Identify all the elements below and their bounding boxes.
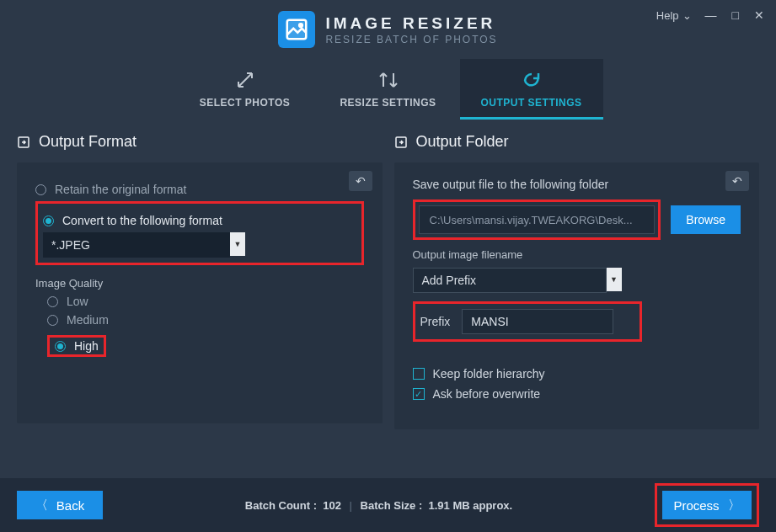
checkbox-ask-overwrite[interactable]: Ask before overwrite (413, 387, 741, 401)
chevron-down-icon: ▼ (230, 232, 245, 256)
panel-title-row: Output Format (17, 133, 383, 151)
tab-label: RESIZE SETTINGS (340, 97, 436, 109)
help-menu[interactable]: Help ⌄ (656, 9, 692, 22)
path-value: C:\Users\mansi.vijay.TWEAKORG\Desk... (430, 214, 633, 226)
back-label: Back (56, 498, 84, 513)
minimize-button[interactable]: — (704, 8, 719, 22)
radio-label: High (74, 339, 99, 353)
reset-folder-button[interactable]: ↶ (725, 171, 749, 191)
count-label: Batch Count : (245, 499, 317, 512)
highlight-prefix: Prefix (413, 301, 642, 342)
filename-label: Output image filename (413, 248, 741, 261)
radio-quality-high[interactable]: High (55, 339, 99, 353)
export-icon (17, 136, 30, 149)
quality-label: Image Quality (35, 277, 364, 290)
output-path-field[interactable]: C:\Users\mansi.vijay.TWEAKORG\Desk... (419, 205, 656, 234)
panel-body: ↶ Save output file to the following fold… (394, 162, 760, 429)
svg-point-2 (300, 24, 303, 27)
save-location-label: Save output file to the following folder (413, 178, 741, 191)
expand-icon (235, 70, 255, 90)
filename-mode-select[interactable]: Add Prefix ▼ (413, 268, 622, 293)
batch-status: Batch Count : 102 | Batch Size : 1.91 MB… (103, 499, 655, 512)
save-icon (394, 136, 408, 149)
browse-button[interactable]: Browse (671, 205, 741, 234)
panel-title: Output Folder (416, 133, 509, 151)
panel-body: ↶ Retain the original format Convert to … (17, 162, 383, 423)
count-value: 102 (323, 499, 341, 512)
size-value: 1.91 MB approx. (429, 499, 513, 512)
radio-label: Retain the original format (55, 183, 186, 196)
undo-icon: ↶ (732, 174, 742, 188)
chevron-down-icon: ▼ (607, 268, 622, 291)
help-label: Help (656, 9, 679, 22)
divider: | (350, 499, 352, 512)
radio-retain-format[interactable]: Retain the original format (35, 183, 364, 196)
app-subtitle: RESIZE BATCH OF PHOTOS (325, 34, 497, 45)
output-folder-panel: Output Folder ↶ Save output file to the … (394, 133, 760, 429)
tab-select-photos[interactable]: SELECT PHOTOS (174, 59, 317, 120)
highlight-process: Process 〉 (655, 483, 759, 527)
quality-group: Low Medium High (35, 295, 364, 360)
select-value: *.JPEG (51, 238, 90, 252)
format-select[interactable]: *.JPEG ▼ (43, 232, 245, 258)
panel-title-row: Output Folder (394, 133, 760, 151)
highlight-convert-block: Convert to the following format *.JPEG ▼ (35, 201, 364, 265)
main-tabs: SELECT PHOTOS RESIZE SETTINGS OUTPUT SET… (0, 59, 776, 120)
window-controls: Help ⌄ — □ ✕ (656, 8, 766, 22)
checkbox-label: Keep folder hierarchy (433, 367, 545, 380)
format-select-value: *.JPEG (43, 232, 230, 258)
back-button[interactable]: 〈 Back (17, 491, 103, 519)
resize-icon (378, 70, 399, 90)
size-label: Batch Size : (361, 499, 423, 512)
radio-icon (47, 315, 58, 326)
process-label: Process (673, 498, 719, 513)
checkbox-icon (413, 368, 425, 380)
close-button[interactable]: ✕ (752, 8, 766, 22)
radio-icon (47, 296, 58, 307)
radio-label: Convert to the following format (62, 214, 222, 227)
tab-output-settings[interactable]: OUTPUT SETTINGS (460, 59, 603, 120)
panel-title: Output Format (39, 133, 136, 151)
tab-label: SELECT PHOTOS (200, 97, 291, 109)
prefix-input[interactable] (462, 309, 613, 334)
checkbox-icon (413, 388, 425, 400)
panels-container: Output Format ↶ Retain the original form… (0, 120, 776, 429)
radio-label: Medium (67, 313, 109, 327)
path-row: C:\Users\mansi.vijay.TWEAKORG\Desk... Br… (413, 200, 741, 240)
output-format-panel: Output Format ↶ Retain the original form… (17, 133, 383, 429)
reset-format-button[interactable]: ↶ (349, 171, 372, 191)
highlight-quality-high: High (47, 335, 106, 357)
app-header: IMAGE RESIZER RESIZE BATCH OF PHOTOS Hel… (0, 0, 776, 59)
footer-bar: 〈 Back Batch Count : 102 | Batch Size : … (0, 478, 776, 532)
app-logo-icon (278, 11, 315, 48)
radio-convert-format[interactable]: Convert to the following format (43, 214, 356, 227)
logo-text: IMAGE RESIZER RESIZE BATCH OF PHOTOS (325, 14, 497, 45)
radio-icon (43, 215, 54, 226)
chevron-left-icon: 〈 (35, 497, 48, 513)
maximize-button[interactable]: □ (731, 8, 741, 22)
tab-label: OUTPUT SETTINGS (480, 97, 581, 109)
highlight-path: C:\Users\mansi.vijay.TWEAKORG\Desk... (413, 200, 661, 240)
prefix-label: Prefix (420, 315, 451, 328)
radio-icon (55, 341, 66, 352)
refresh-icon (522, 70, 542, 90)
radio-icon (35, 184, 46, 195)
checkbox-keep-hierarchy[interactable]: Keep folder hierarchy (413, 367, 741, 380)
select-value-box: Add Prefix (413, 268, 607, 293)
chevron-right-icon: 〉 (728, 497, 741, 513)
prefix-row: Prefix (420, 309, 634, 334)
radio-quality-medium[interactable]: Medium (47, 313, 364, 327)
radio-label: Low (67, 295, 88, 308)
chevron-down-icon: ⌄ (682, 9, 692, 22)
process-button[interactable]: Process 〉 (662, 491, 752, 519)
select-value: Add Prefix (422, 274, 477, 287)
app-title: IMAGE RESIZER (325, 14, 497, 33)
tab-resize-settings[interactable]: RESIZE SETTINGS (317, 59, 460, 120)
logo-block: IMAGE RESIZER RESIZE BATCH OF PHOTOS (278, 11, 497, 48)
radio-quality-low[interactable]: Low (47, 295, 364, 308)
undo-icon: ↶ (356, 174, 366, 188)
checkbox-label: Ask before overwrite (433, 387, 541, 401)
